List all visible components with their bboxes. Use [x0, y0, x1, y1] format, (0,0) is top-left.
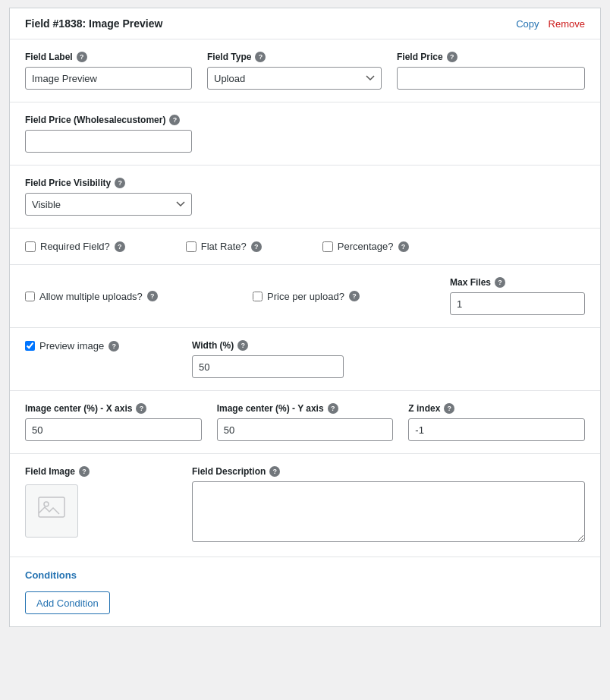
price-per-upload-label: Price per upload? — [267, 291, 344, 302]
flat-rate-item: Flat Rate? ? — [186, 241, 262, 252]
field-label-input[interactable] — [25, 67, 192, 90]
preview-image-section: Preview image ? Width (%) ? — [10, 328, 600, 391]
conditions-section: Conditions Add Condition — [10, 557, 600, 626]
field-description-group: Field Description ? — [192, 466, 585, 544]
image-center-section: Image center (%) - X axis ? Image center… — [10, 391, 600, 454]
image-center-x-input[interactable] — [25, 418, 202, 441]
required-field-checkbox[interactable] — [25, 241, 36, 252]
preview-image-checkbox[interactable] — [25, 341, 35, 351]
visibility-label: Field Price Visibility ? — [25, 178, 192, 188]
flat-rate-help-icon[interactable]: ? — [251, 241, 262, 252]
upload-options-row: Allow multiple uploads? ? Price per uplo… — [25, 277, 585, 315]
wholesale-price-help-icon[interactable]: ? — [169, 115, 180, 125]
header-actions: Copy Remove — [516, 18, 585, 30]
wholesale-section: Field Price (Wholesalecustomer) ? — [10, 102, 600, 166]
wholesale-price-input[interactable] — [25, 130, 192, 153]
max-files-group: Max Files ? — [450, 277, 585, 315]
allow-multiple-group: Allow multiple uploads? ? — [25, 291, 237, 302]
field-price-input[interactable] — [397, 67, 585, 90]
allow-multiple-help-icon[interactable]: ? — [147, 291, 158, 301]
width-group: Width (%) ? — [192, 340, 585, 378]
field-image-label: Field Image ? — [25, 466, 177, 477]
field-price-help-icon[interactable]: ? — [447, 52, 458, 62]
basic-fields-section: Field Label ? Field Type ? Upload Text T… — [10, 39, 600, 102]
price-per-upload-checkbox[interactable] — [253, 292, 263, 301]
field-label-help-icon[interactable]: ? — [77, 52, 87, 62]
add-condition-button[interactable]: Add Condition — [25, 591, 110, 614]
card-header: Field #1838: Image Preview Copy Remove — [10, 8, 600, 39]
visibility-help-icon[interactable]: ? — [115, 178, 125, 188]
field-price-label: Field Price ? — [397, 52, 585, 62]
field-label-label: Field Label ? — [25, 52, 192, 62]
max-files-input[interactable] — [450, 292, 585, 315]
field-description-label: Field Description ? — [192, 466, 585, 477]
flat-rate-label: Flat Rate? — [201, 241, 247, 252]
max-files-label: Max Files ? — [450, 277, 585, 288]
visibility-row: Field Price Visibility ? Visible Hidden — [25, 178, 585, 216]
field-title: Field #1838: Image Preview — [25, 17, 162, 30]
visibility-section: Field Price Visibility ? Visible Hidden — [10, 166, 600, 229]
upload-options-section: Allow multiple uploads? ? Price per uplo… — [10, 265, 600, 328]
remove-link[interactable]: Remove — [549, 18, 585, 30]
field-description-help-icon[interactable]: ? — [269, 466, 280, 477]
allow-multiple-label: Allow multiple uploads? — [39, 291, 143, 302]
z-index-input[interactable] — [408, 418, 585, 441]
max-files-help-icon[interactable]: ? — [495, 277, 505, 288]
field-image-group: Field Image ? — [25, 466, 177, 538]
field-type-help-icon[interactable]: ? — [255, 52, 266, 62]
preview-image-left: Preview image ? — [25, 340, 177, 352]
flat-rate-checkbox[interactable] — [186, 241, 197, 252]
image-center-x-label: Image center (%) - X axis ? — [25, 403, 202, 414]
image-placeholder-icon — [38, 497, 65, 526]
checkboxes-section-1: Required Field? ? Flat Rate? ? Percentag… — [10, 229, 600, 265]
z-index-help-icon[interactable]: ? — [444, 403, 454, 414]
percentage-item: Percentage? ? — [322, 241, 409, 252]
image-center-y-label: Image center (%) - Y axis ? — [217, 403, 394, 414]
field-card: Field #1838: Image Preview Copy Remove F… — [9, 8, 601, 627]
image-center-y-help-icon[interactable]: ? — [328, 403, 338, 414]
wholesale-row: Field Price (Wholesalecustomer) ? — [25, 115, 585, 153]
field-image-help-icon[interactable]: ? — [79, 466, 90, 477]
percentage-help-icon[interactable]: ? — [398, 241, 409, 252]
field-description-textarea[interactable] — [192, 481, 585, 542]
percentage-checkbox[interactable] — [322, 241, 333, 252]
price-per-upload-group: Price per upload? ? — [253, 291, 435, 302]
width-label: Width (%) ? — [192, 340, 585, 351]
required-field-item: Required Field? ? — [25, 241, 125, 252]
visibility-group: Field Price Visibility ? Visible Hidden — [25, 178, 192, 216]
field-type-group: Field Type ? Upload Text Textarea Select… — [207, 52, 382, 90]
price-per-upload-help-icon[interactable]: ? — [349, 291, 360, 301]
field-label-group: Field Label ? — [25, 52, 192, 90]
field-price-group: Field Price ? — [397, 52, 585, 90]
checkboxes-row-1: Required Field? ? Flat Rate? ? Percentag… — [25, 241, 585, 252]
required-field-help-icon[interactable]: ? — [115, 241, 125, 252]
image-center-x-group: Image center (%) - X axis ? — [25, 403, 202, 441]
z-index-label: Z index ? — [408, 403, 585, 414]
width-help-icon[interactable]: ? — [237, 340, 248, 351]
basic-fields-row: Field Label ? Field Type ? Upload Text T… — [25, 52, 585, 90]
copy-link[interactable]: Copy — [516, 18, 539, 30]
image-center-y-group: Image center (%) - Y axis ? — [217, 403, 394, 441]
wholesale-price-label: Field Price (Wholesalecustomer) ? — [25, 115, 192, 125]
axis-row: Image center (%) - X axis ? Image center… — [25, 403, 585, 441]
preview-image-help-icon[interactable]: ? — [108, 341, 119, 352]
preview-image-label: Preview image — [39, 340, 104, 352]
image-placeholder[interactable] — [25, 484, 78, 538]
image-description-section: Field Image ? — [10, 454, 600, 557]
image-description-row: Field Image ? — [25, 466, 585, 544]
field-type-label: Field Type ? — [207, 52, 382, 62]
svg-rect-0 — [39, 497, 64, 517]
conditions-title: Conditions — [25, 569, 585, 581]
image-center-x-help-icon[interactable]: ? — [136, 403, 146, 414]
percentage-label: Percentage? — [338, 241, 394, 252]
wholesale-price-group: Field Price (Wholesalecustomer) ? — [25, 115, 192, 153]
allow-multiple-checkbox[interactable] — [25, 292, 35, 301]
required-field-label: Required Field? — [40, 241, 110, 252]
preview-image-row: Preview image ? Width (%) ? — [25, 340, 585, 378]
visibility-select[interactable]: Visible Hidden — [25, 193, 192, 216]
image-center-y-input[interactable] — [217, 418, 394, 441]
z-index-group: Z index ? — [408, 403, 585, 441]
width-input[interactable] — [192, 355, 344, 378]
field-type-select[interactable]: Upload Text Textarea Select Checkbox Rad… — [207, 67, 382, 90]
